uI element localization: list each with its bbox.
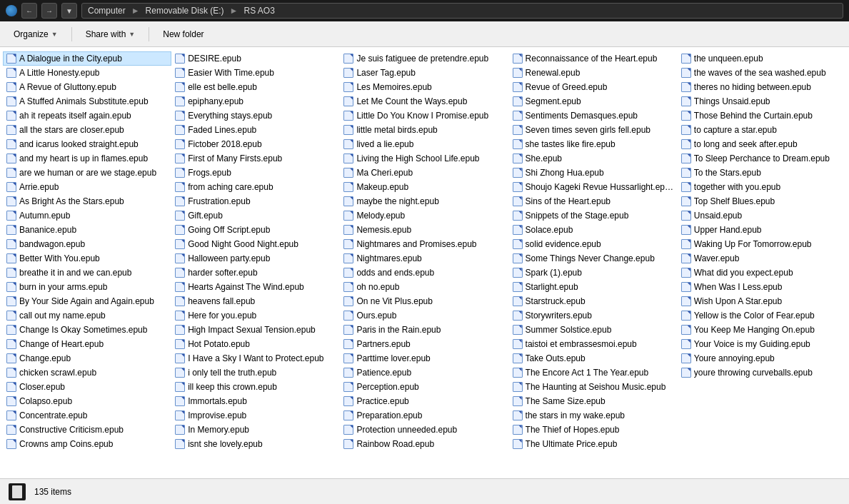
file-item[interactable]: Nightmares and Promises.epub	[340, 237, 508, 251]
file-item[interactable]: Nightmares.epub	[340, 251, 508, 266]
file-item[interactable]: Bananice.epub	[3, 223, 171, 237]
file-item[interactable]: together with you.epub	[678, 180, 846, 194]
file-item[interactable]: Concentrate.epub	[3, 408, 171, 423]
file-item[interactable]: Storywriters.epub	[509, 308, 678, 323]
file-list-container[interactable]: A Dialogue in the City.epubA Little Hone…	[0, 47, 849, 478]
file-item[interactable]: The Same Size.epub	[509, 394, 678, 408]
forward-button[interactable]: →	[41, 3, 57, 19]
file-item[interactable]: Seven times seven girls fell.epub	[509, 123, 678, 137]
file-item[interactable]: Youre annoying.epub	[678, 351, 846, 366]
file-item[interactable]: Wish Upon A Star.epub	[678, 294, 846, 308]
file-item[interactable]: Sins of the Heart.epub	[509, 194, 678, 208]
dropdown-button[interactable]: ▼	[61, 3, 77, 19]
file-item[interactable]: The Haunting at Seishou Music.epub	[509, 380, 678, 394]
file-item[interactable]: Those Behind the Curtain.epub	[678, 109, 846, 123]
file-item[interactable]: harder softer.epub	[171, 266, 340, 280]
file-item[interactable]: Parttime lover.epub	[340, 351, 508, 366]
file-item[interactable]: Closer.epub	[3, 380, 171, 394]
file-item[interactable]: she tastes like fire.epub	[509, 137, 678, 151]
file-item[interactable]: ah it repeats itself again.epub	[3, 109, 171, 123]
file-item[interactable]: The Encore Act 1 The Year.epub	[509, 366, 678, 380]
file-item[interactable]: Je suis fatiguee de pretendre.epub	[340, 51, 508, 66]
file-item[interactable]: Little Do You Know I Promise.epub	[340, 109, 508, 123]
file-item[interactable]: High Impact Sexual Tension.epub	[171, 323, 340, 337]
file-item[interactable]: taistoi et embrassesmoi.epub	[509, 337, 678, 351]
file-item[interactable]: heavens fall.epub	[171, 294, 340, 308]
file-item[interactable]: lived a lie.epub	[340, 137, 508, 151]
file-item[interactable]: Revue of Greed.epub	[509, 80, 678, 94]
file-item[interactable]: Going Off Script.epub	[171, 223, 340, 237]
file-item[interactable]: The Thief of Hopes.epub	[509, 423, 678, 437]
file-item[interactable]: to long and seek after.epub	[678, 137, 846, 151]
file-item[interactable]: i only tell the truth.epub	[171, 366, 340, 380]
file-item[interactable]: call out my name.epub	[3, 308, 171, 323]
file-item[interactable]: the waves of the sea washed.epub	[678, 66, 846, 80]
file-item[interactable]: odds and ends.epub	[340, 266, 508, 280]
organize-button[interactable]: Organize ▼	[6, 26, 66, 43]
file-item[interactable]: Les Memoires.epub	[340, 80, 508, 94]
file-item[interactable]: Rainbow Road.epub	[340, 437, 508, 451]
file-item[interactable]: She.epub	[509, 151, 678, 166]
file-item[interactable]: On ne Vit Plus.epub	[340, 294, 508, 308]
file-item[interactable]: Let Me Count the Ways.epub	[340, 94, 508, 109]
file-item[interactable]: When Was I Less.epub	[678, 280, 846, 294]
file-item[interactable]: Melody.epub	[340, 208, 508, 223]
file-item[interactable]: To the Stars.epub	[678, 166, 846, 180]
file-item[interactable]: Crowns amp Coins.epub	[3, 437, 171, 451]
file-item[interactable]: elle est belle.epub	[171, 80, 340, 94]
file-item[interactable]: Here for you.epub	[171, 308, 340, 323]
file-item[interactable]: Solace.epub	[509, 223, 678, 237]
file-item[interactable]: Waver.epub	[678, 251, 846, 266]
file-item[interactable]: I Have a Sky I Want to Protect.epub	[171, 351, 340, 366]
file-item[interactable]: Preparation.epub	[340, 408, 508, 423]
file-item[interactable]: Take Outs.epub	[509, 351, 678, 366]
file-item[interactable]: solid evidence.epub	[509, 237, 678, 251]
file-item[interactable]: the stars in my wake.epub	[509, 408, 678, 423]
file-item[interactable]: Makeup.epub	[340, 180, 508, 194]
file-item[interactable]: Renewal.epub	[509, 66, 678, 80]
file-item[interactable]: In Memory.epub	[171, 423, 340, 437]
file-item[interactable]: chicken scrawl.epub	[3, 366, 171, 380]
share-with-button[interactable]: Share with ▼	[78, 26, 144, 43]
file-item[interactable]: What did you expect.epub	[678, 266, 846, 280]
file-item[interactable]: Unsaid.epub	[678, 208, 846, 223]
file-item[interactable]: Faded Lines.epub	[171, 123, 340, 137]
file-item[interactable]: from aching care.epub	[171, 180, 340, 194]
new-folder-button[interactable]: New folder	[155, 26, 211, 43]
file-item[interactable]: bandwagon.epub	[3, 237, 171, 251]
file-item[interactable]: Arrie.epub	[3, 180, 171, 194]
file-item[interactable]: Constructive Criticism.epub	[3, 423, 171, 437]
file-item[interactable]: Your Voice is my Guiding.epub	[678, 337, 846, 351]
file-item[interactable]: Spark (1).epub	[509, 266, 678, 280]
file-item[interactable]: Sentiments Demasques.epub	[509, 109, 678, 123]
file-item[interactable]: First of Many Firsts.epub	[171, 151, 340, 166]
address-bar[interactable]: Computer ► Removable Disk (E:) ► RS AO3	[81, 3, 843, 19]
file-item[interactable]: theres no hiding between.epub	[678, 80, 846, 94]
file-item[interactable]: are we human or are we stage.epub	[3, 166, 171, 180]
file-item[interactable]: Gift.epub	[171, 208, 340, 223]
file-item[interactable]: Living the High School Life.epub	[340, 151, 508, 166]
file-item[interactable]: Top Shelf Blues.epub	[678, 194, 846, 208]
file-item[interactable]: isnt she lovely.epub	[171, 437, 340, 451]
file-item[interactable]: Hot Potato.epub	[171, 337, 340, 351]
file-item[interactable]: Ours.epub	[340, 308, 508, 323]
file-item[interactable]: Snippets of the Stage.epub	[509, 208, 678, 223]
file-item[interactable]: The Ultimate Price.epub	[509, 437, 678, 451]
file-item[interactable]: and my heart is up in flames.epub	[3, 151, 171, 166]
file-item[interactable]: Starstruck.epub	[509, 294, 678, 308]
file-item[interactable]: breathe it in and we can.epub	[3, 266, 171, 280]
file-item[interactable]: burn in your arms.epub	[3, 280, 171, 294]
file-item[interactable]: little metal birds.epub	[340, 123, 508, 137]
file-item[interactable]: Everything stays.epub	[171, 109, 340, 123]
file-item[interactable]: Summer Solstice.epub	[509, 323, 678, 337]
file-item[interactable]: Paris in the Rain.epub	[340, 323, 508, 337]
file-item[interactable]: Patience.epub	[340, 366, 508, 380]
file-item[interactable]: maybe the night.epub	[340, 194, 508, 208]
file-item[interactable]: Laser Tag.epub	[340, 66, 508, 80]
file-item[interactable]: Waking Up For Tomorrow.epub	[678, 237, 846, 251]
file-item[interactable]: to capture a star.epub	[678, 123, 846, 137]
file-item[interactable]: A Stuffed Animals Substitute.epub	[3, 94, 171, 109]
file-item[interactable]: Shi Zhong Hua.epub	[509, 166, 678, 180]
file-item[interactable]: ill keep this crown.epub	[171, 380, 340, 394]
file-item[interactable]: Nemesis.epub	[340, 223, 508, 237]
